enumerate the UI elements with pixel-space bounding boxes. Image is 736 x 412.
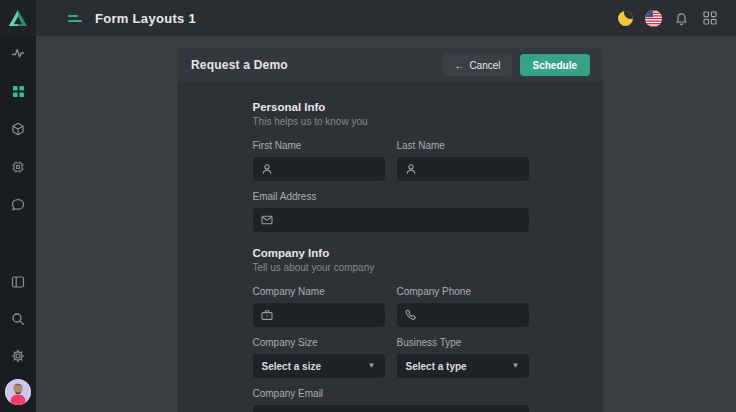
company-phone-label: Company Phone	[397, 286, 529, 297]
app-window: Form Layouts 1	[0, 0, 736, 412]
person-icon	[405, 163, 417, 175]
company-phone-field: Company Phone	[397, 286, 529, 327]
business-type-label: Business Type	[397, 337, 529, 348]
first-name-field: First Name	[253, 140, 385, 181]
user-avatar[interactable]	[5, 379, 31, 405]
dark-mode-moon-icon	[618, 11, 633, 26]
sidebar-settings[interactable]	[10, 348, 26, 364]
sidebar-item-packages[interactable]	[10, 121, 26, 137]
search-icon	[11, 312, 25, 326]
hamburger-icon	[68, 15, 78, 17]
sidebar	[0, 0, 36, 412]
app-logo[interactable]	[0, 0, 36, 36]
company-name-field: Company Name	[253, 286, 385, 327]
email-address-label: Email Address	[253, 191, 529, 202]
sidebar-item-activity[interactable]	[10, 45, 26, 61]
sidebar-search[interactable]	[10, 311, 26, 327]
layout-icon	[11, 275, 25, 289]
email-address-field: Email Address	[253, 191, 529, 232]
sidebar-nav-top	[10, 45, 26, 213]
sidebar-toggle-panel[interactable]	[10, 274, 26, 290]
section-subheading: This helps us to know you	[253, 116, 529, 127]
activity-icon	[11, 46, 25, 60]
cancel-button[interactable]: ← Cancel	[443, 54, 511, 76]
apps-menu-button[interactable]	[701, 10, 718, 27]
sidebar-nav-bottom	[5, 274, 31, 412]
person-icon	[261, 163, 273, 175]
business-type-selected-value: Select a type	[406, 361, 467, 372]
section-heading: Personal Info	[253, 101, 529, 113]
company-info-section: Company Info Tell us about your company …	[253, 247, 529, 412]
language-flag-us-icon	[645, 10, 662, 27]
email-address-input[interactable]	[279, 215, 521, 226]
chat-icon	[11, 198, 25, 212]
request-demo-card: Request a Demo ← Cancel Schedule Persona…	[178, 48, 603, 412]
first-name-input[interactable]	[279, 164, 377, 175]
header-actions	[617, 10, 718, 27]
card-actions: ← Cancel Schedule	[443, 54, 590, 76]
back-arrow-icon: ←	[454, 60, 464, 71]
last-name-field: Last Name	[397, 140, 529, 181]
company-size-label: Company Size	[253, 337, 385, 348]
company-email-field: Company Email	[253, 388, 529, 412]
section-subheading: Tell us about your company	[253, 262, 529, 273]
envelope-icon	[261, 214, 273, 226]
gear-icon	[11, 349, 25, 363]
notifications-bell-icon	[674, 11, 689, 26]
last-name-input[interactable]	[423, 164, 521, 175]
company-email-label: Company Email	[253, 388, 529, 399]
notifications-button[interactable]	[673, 10, 690, 27]
card-title: Request a Demo	[191, 58, 288, 72]
sidebar-item-chat[interactable]	[10, 197, 26, 213]
avatar-image	[5, 379, 31, 405]
briefcase-icon	[261, 309, 273, 321]
company-size-field: Company Size Select a size ▼	[253, 337, 385, 378]
company-phone-input[interactable]	[423, 310, 521, 321]
language-selector[interactable]	[645, 10, 662, 27]
schedule-button[interactable]: Schedule	[520, 54, 590, 76]
chevron-down-icon: ▼	[368, 362, 376, 370]
menu-toggle-button[interactable]	[68, 10, 84, 26]
sidebar-item-apps[interactable]	[10, 83, 26, 99]
sidebar-item-components[interactable]	[10, 159, 26, 175]
chevron-down-icon: ▼	[512, 362, 520, 370]
company-name-label: Company Name	[253, 286, 385, 297]
first-name-label: First Name	[253, 140, 385, 151]
card-header: Request a Demo ← Cancel Schedule	[178, 48, 603, 82]
business-type-select[interactable]: Select a type ▼	[397, 354, 529, 378]
cancel-button-label: Cancel	[469, 60, 500, 71]
grid-icon	[12, 85, 25, 98]
personal-info-section: Personal Info This helps us to know you …	[253, 101, 529, 232]
cpu-icon	[11, 160, 25, 174]
phone-icon	[405, 309, 417, 321]
card-body: Personal Info This helps us to know you …	[178, 82, 603, 412]
company-name-input[interactable]	[279, 310, 377, 321]
company-size-selected-value: Select a size	[262, 361, 321, 372]
company-size-select[interactable]: Select a size ▼	[253, 354, 385, 378]
business-type-field: Business Type Select a type ▼	[397, 337, 529, 378]
apps-grid-icon	[703, 11, 717, 25]
demo-form: Personal Info This helps us to know you …	[253, 101, 529, 412]
cube-icon	[11, 122, 25, 136]
page-title: Form Layouts 1	[95, 11, 196, 26]
last-name-label: Last Name	[397, 140, 529, 151]
triangle-logo	[8, 9, 28, 27]
dark-mode-toggle[interactable]	[617, 10, 634, 27]
section-heading: Company Info	[253, 247, 529, 259]
top-header-bar: Form Layouts 1	[36, 0, 736, 36]
